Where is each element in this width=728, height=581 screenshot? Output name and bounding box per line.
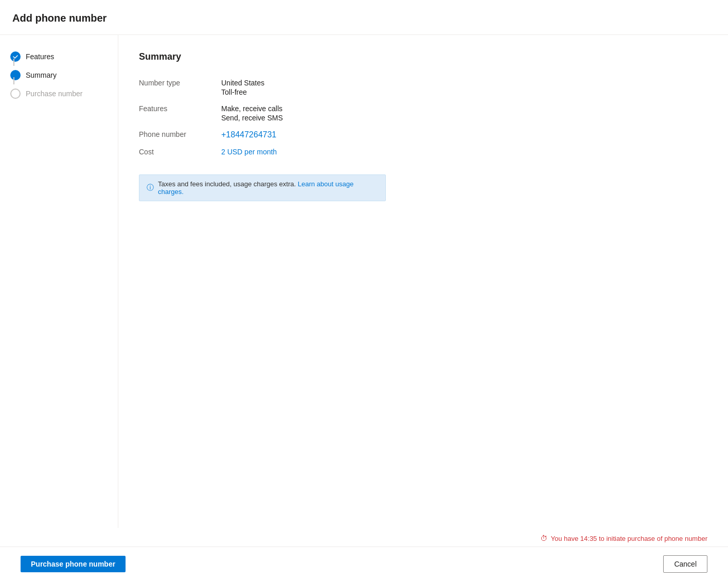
- sidebar-item-purchase[interactable]: Purchase number: [8, 84, 110, 103]
- step-circle-features: [10, 51, 21, 62]
- sidebar-item-label-purchase: Purchase number: [26, 90, 83, 98]
- timer-icon: ⏱: [540, 534, 547, 542]
- number-type-plan: Toll-free: [221, 88, 707, 96]
- sidebar-item-label-features: Features: [26, 52, 54, 61]
- number-type-value: United States Toll-free: [221, 75, 707, 100]
- action-row: Purchase phone number Cancel: [0, 547, 728, 581]
- sidebar-item-features[interactable]: Features: [8, 47, 110, 66]
- feature-sms: Send, receive SMS: [221, 114, 707, 122]
- main-content: Summary Number type United States Toll-f…: [118, 35, 728, 528]
- page-footer: ⏱ You have 14:35 to initiate purchase of…: [0, 528, 728, 581]
- cost-label: Cost: [139, 144, 221, 160]
- summary-table: Number type United States Toll-free Feat…: [139, 75, 707, 160]
- page-title: Add phone number: [0, 12, 728, 34]
- info-banner: ⓘ Taxes and fees included, usage charges…: [139, 174, 386, 201]
- info-banner-static-text: Taxes and fees included, usage charges e…: [158, 180, 296, 188]
- phone-number-label: Phone number: [139, 126, 221, 144]
- sidebar-item-label-summary: Summary: [26, 71, 57, 79]
- timer-row: ⏱ You have 14:35 to initiate purchase of…: [0, 528, 728, 547]
- step-circle-summary: [10, 70, 21, 80]
- sidebar: Features Summary Purchase number: [0, 35, 118, 528]
- feature-calls: Make, receive calls: [221, 104, 707, 113]
- info-icon: ⓘ: [147, 183, 154, 192]
- number-type-label: Number type: [139, 75, 221, 100]
- sidebar-item-summary[interactable]: Summary: [8, 66, 110, 84]
- features-label: Features: [139, 100, 221, 126]
- info-banner-text: Taxes and fees included, usage charges e…: [158, 180, 378, 196]
- purchase-phone-number-button[interactable]: Purchase phone number: [21, 556, 126, 572]
- phone-number-value: +18447264731: [221, 126, 707, 144]
- step-circle-purchase: [10, 89, 21, 99]
- timer-text: You have 14:35 to initiate purchase of p…: [551, 535, 707, 542]
- number-type-country: United States: [221, 79, 707, 87]
- cancel-button[interactable]: Cancel: [663, 555, 707, 573]
- features-value: Make, receive calls Send, receive SMS: [221, 100, 707, 126]
- summary-title: Summary: [139, 51, 707, 62]
- cost-value: 2 USD per month: [221, 144, 707, 160]
